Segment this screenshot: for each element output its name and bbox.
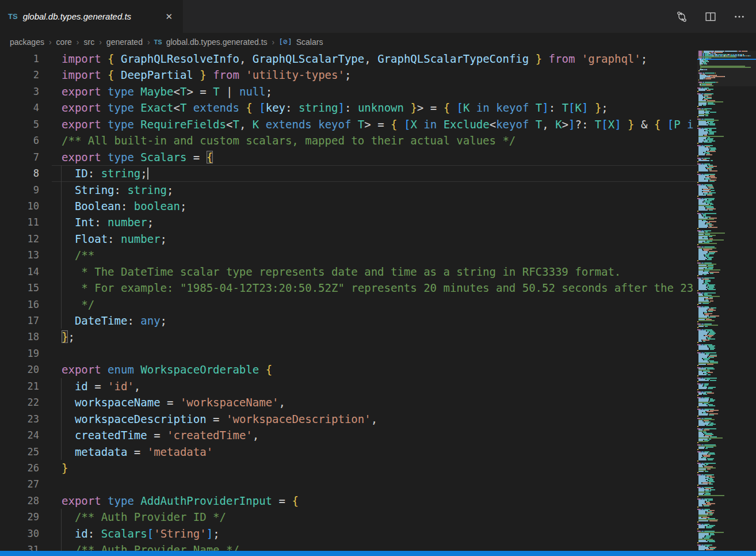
line-number[interactable]: 31	[0, 542, 39, 551]
minimap-code-segment	[748, 55, 749, 56]
code-line-5[interactable]: export type RequireFields<T, K extends k…	[52, 116, 756, 132]
line-number[interactable]: 27	[0, 476, 39, 492]
open-changes-icon[interactable]	[675, 10, 688, 23]
code-area[interactable]: import { GraphQLResolveInfo, GraphQLScal…	[52, 51, 756, 551]
code-line-11[interactable]: Int: number;	[52, 214, 756, 230]
tab-global-db-types-generated[interactable]: TS global.db.types.generated.ts ✕	[0, 0, 183, 33]
more-actions-icon[interactable]	[733, 10, 746, 23]
minimap-code-segment	[707, 69, 707, 70]
line-number[interactable]: 15	[0, 280, 39, 296]
editor[interactable]: 1234567891011121314151617181920212223242…	[0, 51, 756, 551]
code-line-12[interactable]: Float: number;	[52, 231, 756, 247]
code-line-7[interactable]: export type Scalars = {	[52, 149, 756, 165]
code-line-10[interactable]: Boolean: boolean;	[52, 198, 756, 214]
code-line-15[interactable]: * For example: "1985-04-12T23:20:50.52Z"…	[52, 280, 756, 296]
minimap-code-segment	[703, 394, 707, 395]
minimap-code-segment	[698, 441, 708, 442]
minimap-code-segment	[710, 112, 716, 113]
line-number[interactable]: 24	[0, 427, 39, 443]
minimap-code-segment	[698, 349, 709, 350]
line-number[interactable]: 30	[0, 525, 39, 542]
code-line-28[interactable]: export type AddAuthProviderInput = {	[52, 493, 756, 509]
code-line-24[interactable]: createdTime = 'createdTime',	[52, 427, 756, 443]
line-number[interactable]: 11	[0, 214, 39, 230]
minimap-code-segment	[697, 460, 698, 462]
code-line-3[interactable]: export type Maybe<T> = T | null;	[52, 83, 756, 100]
code-line-8[interactable]: ID: string;	[52, 165, 756, 181]
code-line-13[interactable]: /**	[52, 247, 756, 263]
breadcrumb-item-symbol[interactable]: Scalars	[296, 37, 324, 47]
line-number[interactable]: 29	[0, 509, 39, 525]
line-number[interactable]: 28	[0, 493, 39, 509]
code-line-1[interactable]: import { GraphQLResolveInfo, GraphQLScal…	[52, 51, 756, 67]
line-number[interactable]: 3	[0, 83, 39, 100]
code-line-30[interactable]: id: Scalars['String'];	[52, 525, 756, 542]
line-number[interactable]: 23	[0, 411, 39, 427]
line-number[interactable]: 8	[0, 165, 39, 181]
line-number[interactable]: 26	[0, 460, 39, 476]
breadcrumb-item-core[interactable]: core	[56, 37, 72, 47]
line-number[interactable]: 25	[0, 444, 39, 460]
split-editor-icon[interactable]	[704, 10, 717, 23]
breadcrumb-item-src[interactable]: src	[83, 37, 96, 47]
code-line-6[interactable]: /** All built-in and custom scalars, map…	[52, 132, 756, 148]
line-number[interactable]: 20	[0, 361, 39, 378]
line-number[interactable]: 17	[0, 313, 39, 329]
minimap-code-segment	[709, 58, 710, 59]
code-line-22[interactable]: workspaceName = 'workspaceName',	[52, 394, 756, 410]
line-number[interactable]: 19	[0, 345, 39, 361]
line-number[interactable]: 22	[0, 394, 39, 410]
line-number[interactable]: 4	[0, 100, 39, 116]
code-line-25[interactable]: metadata = 'metadata'	[52, 444, 756, 460]
line-number[interactable]: 7	[0, 149, 39, 165]
minimap-code-segment	[697, 442, 698, 443]
code-line-19[interactable]	[52, 345, 756, 361]
line-number[interactable]: 13	[0, 247, 39, 263]
line-number[interactable]: 2	[0, 67, 39, 83]
minimap-code-segment	[697, 406, 698, 408]
code-line-16[interactable]: */	[52, 296, 756, 313]
code-line-9[interactable]: String: string;	[52, 182, 756, 198]
status-bar[interactable]	[0, 551, 756, 556]
code-line-18[interactable]: };	[52, 329, 756, 345]
minimap-code-segment	[716, 82, 717, 83]
line-number[interactable]: 10	[0, 198, 39, 214]
breadcrumb-item-generated[interactable]: generated	[106, 37, 143, 47]
minimap-code-segment	[698, 124, 708, 125]
code-line-23[interactable]: workspaceDescription = 'workspaceDescrip…	[52, 411, 756, 427]
close-icon[interactable]: ✕	[163, 10, 175, 23]
code-line-31[interactable]: /** Auth Provider Name */	[52, 542, 756, 551]
minimap-code-segment	[700, 69, 704, 70]
minimap-code-segment	[710, 300, 713, 302]
code-line-29[interactable]: /** Auth Provider ID */	[52, 509, 756, 525]
minimap-code-segment	[709, 170, 718, 172]
symbol-icon: [⊘]	[278, 37, 292, 46]
line-number[interactable]: 9	[0, 182, 39, 198]
minimap[interactable]	[697, 51, 756, 551]
code-line-17[interactable]: DateTime: any;	[52, 313, 756, 329]
minimap-code-segment	[705, 73, 715, 74]
line-number[interactable]: 5	[0, 116, 39, 132]
minimap-code-segment	[698, 320, 715, 321]
line-number[interactable]: 12	[0, 231, 39, 247]
code-line-2[interactable]: import { DeepPartial } from 'utility-typ…	[52, 67, 756, 83]
code-line-26[interactable]: }	[52, 460, 756, 476]
minimap-code-segment	[706, 154, 712, 155]
code-line-4[interactable]: export type Exact<T extends { [key: stri…	[52, 100, 756, 116]
line-number[interactable]: 18	[0, 329, 39, 345]
line-number[interactable]: 6	[0, 132, 39, 148]
minimap-code-segment	[747, 55, 747, 56]
line-number[interactable]: 21	[0, 378, 39, 394]
breadcrumb-item-file[interactable]: global.db.types.generated.ts	[166, 37, 268, 47]
minimap-code-segment	[709, 414, 714, 416]
minimap-code-segment	[699, 70, 700, 71]
line-number[interactable]: 14	[0, 264, 39, 280]
line-number[interactable]: 16	[0, 296, 39, 313]
code-line-20[interactable]: export enum WorkspaceOrderable {	[52, 361, 756, 378]
breadcrumb-item-packages[interactable]: packages	[9, 37, 45, 47]
code-line-21[interactable]: id = 'id',	[52, 378, 756, 394]
breadcrumb-separator-icon: ›	[77, 37, 79, 47]
code-line-27[interactable]	[52, 476, 756, 492]
code-line-14[interactable]: * The DateTime scalar type represents da…	[52, 264, 756, 280]
line-number[interactable]: 1	[0, 51, 39, 67]
